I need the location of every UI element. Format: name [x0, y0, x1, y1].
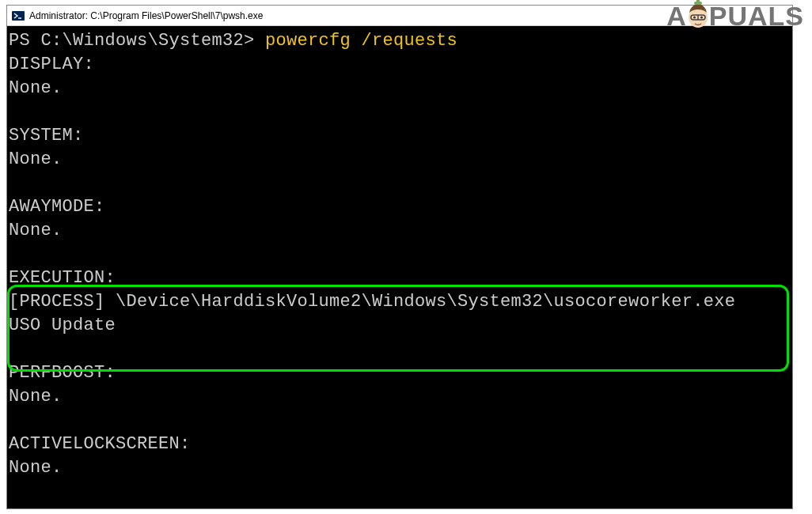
- watermark-mascot-icon: [685, 0, 711, 32]
- awaymode-header: AWAYMODE:: [9, 195, 792, 219]
- awaymode-value: None.: [9, 219, 792, 243]
- blank-line: [9, 172, 792, 195]
- blank-line: [9, 338, 792, 361]
- command: powercfg /requests: [265, 31, 457, 51]
- watermark-suffix: PUALS: [709, 1, 804, 32]
- terminal-output[interactable]: PS C:\Windows\System32> powercfg /reques…: [7, 26, 792, 508]
- prompt: PS C:\Windows\System32>: [9, 31, 265, 51]
- system-value: None.: [9, 148, 792, 172]
- window-title: Administrator: C:\Program Files\PowerShe…: [29, 10, 263, 21]
- terminal-window: Administrator: C:\Program Files\PowerShe…: [6, 5, 793, 509]
- svg-point-4: [700, 17, 703, 19]
- activelockscreen-header: ACTIVELOCKSCREEN:: [9, 433, 792, 456]
- display-header: DISPLAY:: [9, 53, 792, 77]
- prompt-line: PS C:\Windows\System32> powercfg /reques…: [9, 29, 792, 53]
- powershell-icon: [12, 9, 25, 22]
- watermark-logo: A PUALS: [666, 0, 804, 32]
- svg-rect-6: [696, 0, 700, 2]
- blank-line: [9, 409, 792, 433]
- execution-detail-line: USO Update: [9, 314, 792, 338]
- perfboost-value: None.: [9, 385, 792, 409]
- svg-point-3: [693, 17, 696, 19]
- perfboost-header: PERFBOOST:: [9, 361, 792, 385]
- activelockscreen-value: None.: [9, 456, 792, 480]
- execution-header: EXECUTION:: [9, 266, 792, 290]
- blank-line: [9, 243, 792, 266]
- execution-process-line: [PROCESS] \Device\HarddiskVolume2\Window…: [9, 290, 792, 314]
- blank-line: [9, 100, 792, 124]
- system-header: SYSTEM:: [9, 124, 792, 148]
- display-value: None.: [9, 77, 792, 100]
